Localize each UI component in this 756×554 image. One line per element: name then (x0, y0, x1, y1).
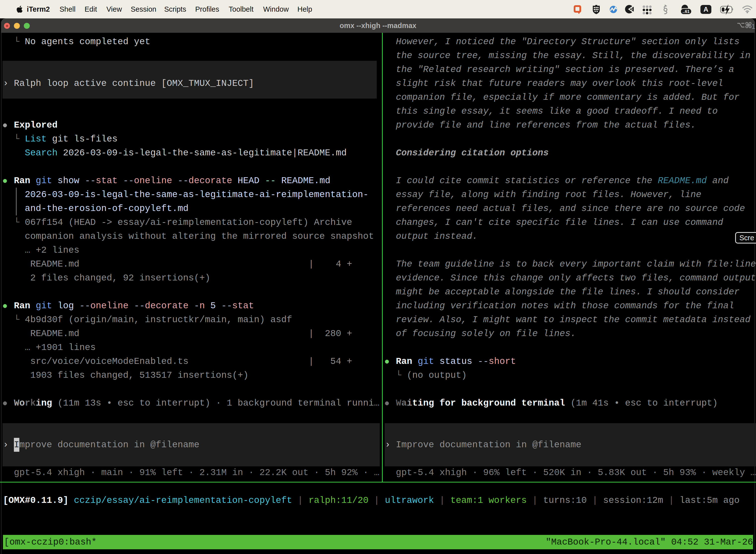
svg-text:..61: ..61 (683, 9, 690, 14)
svg-text:1: 1 (752, 23, 755, 30)
